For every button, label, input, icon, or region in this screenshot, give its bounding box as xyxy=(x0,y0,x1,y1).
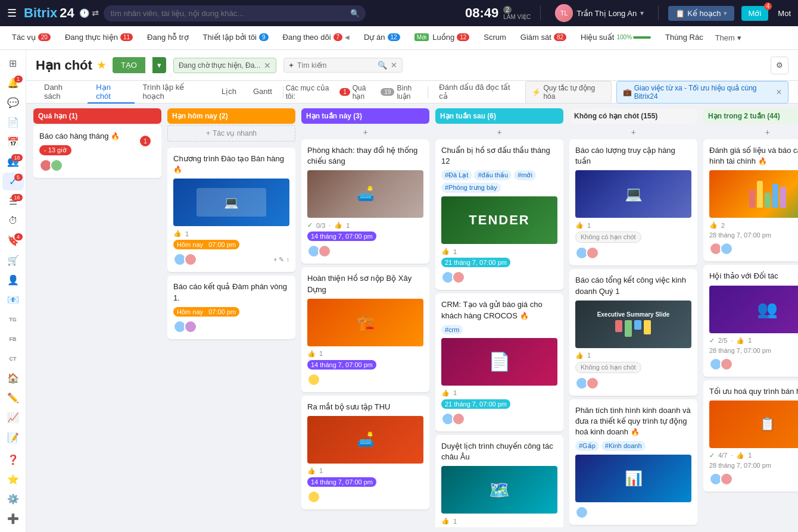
create-dropdown[interactable]: ▾ xyxy=(152,57,166,73)
subtab-gantt[interactable]: Gantt xyxy=(245,81,280,104)
favorite-star[interactable]: ★ xyxy=(97,60,105,71)
settings-icon: ⚙️ xyxy=(7,493,19,505)
user-menu[interactable]: TL Trần Thị Long An ▾ xyxy=(550,4,649,22)
card-bao-cao-luong[interactable]: Báo cáo lượng truy cập hàng tuần 💻 👍 1 K… xyxy=(569,139,697,265)
card-dam-phan[interactable]: Báo cáo kết quả Đàm phán vòng 1. Hôm nay… xyxy=(167,276,295,339)
tab-performance[interactable]: Hiệu suất 100% xyxy=(573,26,658,50)
overdue-badge[interactable]: 1 xyxy=(339,88,350,96)
sidebar-item-docs[interactable]: 📄 xyxy=(2,114,24,131)
card-toi-uu[interactable]: Tối ưu hoá quy trình bán hàng 📋 ✓ 4/7 · … xyxy=(703,380,798,492)
card-bao-cao-thang[interactable]: Báo cáo hàng tháng 🔥 1 - 13 giờ xyxy=(33,125,161,178)
tab-stream[interactable]: Mới Luồng 12 xyxy=(407,26,477,50)
create-button[interactable]: TẠO xyxy=(113,57,145,73)
card-chuan-bi[interactable]: Chuẩn bị hồ sơ đấu thầu tháng 12 #Đà Lạt… xyxy=(435,139,563,290)
subtab-planner[interactable]: Trình lập kế hoạch xyxy=(135,81,213,104)
sidebar-item-edit[interactable]: ✏️ xyxy=(2,389,24,406)
card-avatars xyxy=(709,358,733,371)
sidebar-item-mail[interactable]: 📧 xyxy=(2,291,24,308)
sidebar-item-chat[interactable]: 💬 xyxy=(2,94,24,111)
sidebar-item-analytics[interactable]: 📈 xyxy=(2,409,24,426)
sidebar-item-tg[interactable]: TG xyxy=(2,311,24,328)
sidebar-item-settings[interactable]: ⚙️ xyxy=(2,490,24,508)
col-thisweek-add[interactable]: + xyxy=(301,125,429,139)
sidebar-item-tasks[interactable]: ✓ 5 xyxy=(2,173,24,190)
card-ra-mat[interactable]: Ra mắt bộ sưu tập THU 🛋️ 👍 1 14 tháng 7,… xyxy=(301,396,429,509)
tab-supporting[interactable]: Đang hỗ trợ xyxy=(140,26,195,50)
plan-button[interactable]: 📋 Kế hoạch ▾ xyxy=(668,6,734,21)
card-crm-image: 📄 xyxy=(441,338,557,386)
filter-remove-icon[interactable]: ✕ xyxy=(264,61,271,70)
sidebar-item-cart[interactable]: 🛒 xyxy=(2,252,24,269)
subtab-gantt-label: Gantt xyxy=(253,87,272,96)
tab-inprogress-badge: 11 xyxy=(120,33,133,41)
card-hoan-thien[interactable]: Hoàn thiện Hồ sơ nộp Bộ Xây Dựng 🏗️ 👍 1 … xyxy=(301,267,429,392)
quick-add-today[interactable]: + Tác vụ nhanh xyxy=(167,125,295,142)
filter-settings-icon[interactable]: ⚙ xyxy=(771,57,788,74)
search-input[interactable] xyxy=(104,5,366,21)
tab-following-collapse: ◀ xyxy=(345,34,350,40)
sidebar-item-help[interactable]: ❓ xyxy=(2,451,24,468)
card-phong-khach[interactable]: Phòng khách: thay đổi hệ thống chiếu sán… xyxy=(301,139,429,264)
filter-search-box[interactable]: + 🔍 ✕ xyxy=(283,58,403,73)
filter-search-clear[interactable]: 🔍 xyxy=(378,61,387,70)
tab-trash[interactable]: Thùng Rác xyxy=(658,26,710,50)
col-nodeadline-add[interactable]: + xyxy=(569,125,697,139)
card-chuan-bi-tags: #Đà Lạt #đấu thầu #mới #Phòng trưng bày xyxy=(441,170,557,193)
like-count: 1 xyxy=(748,337,752,344)
remote-work-btn[interactable]: 💼 Giao việc từ xa - Tối ưu hiệu quả cùng… xyxy=(616,81,788,104)
tab-in-progress[interactable]: Đang thực hiện 11 xyxy=(58,26,140,50)
tab-task[interactable]: Tác vụ 20 xyxy=(5,26,58,50)
like-count: 1 xyxy=(319,467,323,474)
card-duyet-lich[interactable]: Duyệt lịch trình chuyến công tác châu Âu… xyxy=(435,435,563,527)
sidebar-item-bell[interactable]: 🔔 1 xyxy=(2,74,24,92)
page-header: Hạn chót ★ TẠO ▾ Đang chờ thực hiện, Đa.… xyxy=(26,50,798,81)
sidebar-item-grid[interactable]: ⊞ xyxy=(2,55,24,72)
subtab-deadline[interactable]: Hạn chót xyxy=(88,81,134,104)
sidebar-item-notes[interactable]: 📝 xyxy=(2,428,24,446)
sidebar-item-calendar[interactable]: 📅 xyxy=(2,133,24,151)
global-search[interactable]: 🔍 xyxy=(104,5,366,21)
comments-badge: 19 xyxy=(381,88,394,96)
card-hoi-thao[interactable]: Hội thảo với Đối tác 👥 ✓ 2/5 · 👍 1 28 th… xyxy=(703,265,798,376)
sidebar-item-fb[interactable]: FB xyxy=(2,330,24,348)
avatar-2 xyxy=(184,320,197,333)
remote-work-close[interactable]: ✕ xyxy=(776,88,782,96)
sidebar-item-list[interactable]: ☰ 16 xyxy=(2,193,24,210)
tab-monitor[interactable]: Giám sát 82 xyxy=(513,26,573,50)
sidebar-item-users[interactable]: 👥 18 xyxy=(2,153,24,170)
col-twoweeks-add[interactable]: + xyxy=(703,125,798,139)
menu-icon[interactable]: ☰ xyxy=(5,4,19,22)
filter-search-input[interactable] xyxy=(297,61,374,70)
card-footer xyxy=(39,159,155,172)
tab-setup[interactable]: Thiết lập bởi tôi 9 xyxy=(196,26,276,50)
card-danh-gia-image xyxy=(709,170,798,218)
sidebar-item-timer[interactable]: ⏱ xyxy=(2,212,24,230)
card-tong-ket[interactable]: Báo cáo tổng kết công việc kinh doanh Qu… xyxy=(569,269,697,395)
tab-more[interactable]: Them ▾ xyxy=(710,33,746,42)
subtab-calendar[interactable]: Lịch xyxy=(213,81,245,104)
card-dao-tao[interactable]: Chương trình Đào tạo Bán hàng 🔥 💻 👍 1 Hô… xyxy=(167,148,295,272)
col-today: Hạn hôm nay (2) + Tác vụ nhanh Chương tr… xyxy=(167,108,295,527)
sidebar-item-home[interactable]: 🏠 xyxy=(2,370,24,387)
tab-scrum[interactable]: Scrum xyxy=(476,26,513,50)
sidebar-item-star[interactable]: ⭐ xyxy=(2,471,24,488)
filter-search-x[interactable]: ✕ xyxy=(391,61,397,70)
sidebar-item-crm[interactable]: 👤 xyxy=(2,271,24,289)
like-icon: 👍 xyxy=(173,230,182,237)
tab-performance-progress: 100% xyxy=(616,34,651,40)
sidebar-item-bookmark[interactable]: 🔖 4 xyxy=(2,232,24,249)
tab-project[interactable]: Dự án 12 xyxy=(357,26,407,50)
subtab-list[interactable]: Danh sách xyxy=(36,81,88,104)
col-nextweek-add[interactable]: + xyxy=(435,125,563,139)
card-crm[interactable]: CRM: Tạo và gửi báo giá cho khách hàng C… xyxy=(435,293,563,431)
mark-read-btn[interactable]: Đánh dấu đã đọc tất cả xyxy=(431,81,525,104)
top-right-label[interactable]: Mot xyxy=(775,9,793,18)
col-today-title: Hạn hôm nay (2) xyxy=(172,112,228,120)
card-phan-tich[interactable]: Phân tích tình hình kinh doanh và đưa ra… xyxy=(569,399,697,525)
sidebar-item-ct[interactable]: CT xyxy=(2,350,24,367)
sidebar-item-add[interactable]: ➕ xyxy=(2,510,24,527)
tab-following[interactable]: Đang theo dõi 7 ◀ xyxy=(276,26,357,50)
card-danh-gia[interactable]: Đánh giá số liệu và báo cáo tình hình tà… xyxy=(703,139,798,261)
new-button[interactable]: Mới 4 xyxy=(741,6,769,21)
auto-rules-btn[interactable]: ⚡ Quy tắc tự động hóa xyxy=(525,81,611,104)
